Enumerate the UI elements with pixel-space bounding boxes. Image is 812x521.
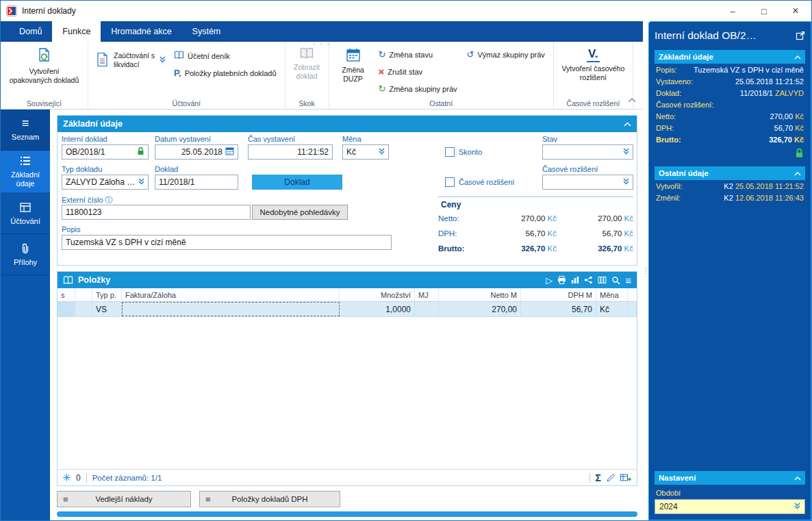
zobrazit-doklad-button[interactable]: Zobrazit doklad bbox=[290, 46, 325, 81]
panel-splitter[interactable]: ⋮ bbox=[643, 21, 648, 520]
preview-row-brutto: Brutto: 326,70 Kč bbox=[655, 134, 805, 145]
pencil-icon[interactable] bbox=[607, 474, 615, 482]
row-cell-faktura-focused[interactable] bbox=[122, 302, 340, 316]
window-title: Interní doklady bbox=[22, 6, 76, 16]
share-icon[interactable] bbox=[584, 276, 593, 284]
polozky-platebnich-dokladu-button[interactable]: P, Položky platebních dokladů bbox=[170, 64, 281, 81]
popis-label: Popis bbox=[62, 225, 81, 233]
datum-vystaveni-field[interactable]: 25.05.2018 bbox=[155, 144, 238, 160]
ribbon-collapse-button[interactable] bbox=[628, 95, 636, 105]
vymaz-skupiny-prav-button[interactable]: ↺ Výmaz skupiny práv bbox=[463, 46, 549, 63]
ceny-label: Brutto: bbox=[438, 244, 486, 253]
paperclip-icon bbox=[21, 242, 30, 255]
section-header-nastaveni[interactable]: Nastavení bbox=[655, 471, 805, 485]
column-header-netto[interactable]: Netto M bbox=[439, 288, 521, 301]
zmena-skupiny-prav-button[interactable]: ↻ Změna skupiny práv bbox=[375, 80, 461, 97]
casove-rozliseni-checkbox[interactable]: Časové rozlišení bbox=[445, 177, 514, 187]
column-header-blank[interactable] bbox=[75, 288, 92, 301]
zauctovani-s-likvidaci-button[interactable]: Zaúčtování s likvidací bbox=[92, 46, 168, 70]
lock-icon bbox=[137, 147, 144, 157]
externi-cislo-field[interactable]: 11800123 bbox=[62, 205, 251, 220]
ostatni-small-buttons-2: ↺ Výmaz skupiny práv bbox=[463, 46, 549, 63]
casove-rozliseni-combo[interactable] bbox=[542, 175, 633, 190]
ceny-divider bbox=[438, 196, 633, 197]
skonto-checkbox[interactable]: Skonto bbox=[445, 147, 482, 157]
field-value: 25.05.2018 bbox=[181, 147, 223, 157]
row-label: Netto: bbox=[656, 112, 676, 120]
sidebar-item-label: Účtování bbox=[10, 217, 40, 226]
open-in-window-icon[interactable] bbox=[796, 31, 805, 40]
section-header-zakladni-udaje[interactable]: Základní údaje bbox=[655, 50, 805, 64]
column-header-dph[interactable]: DPH M bbox=[521, 288, 596, 301]
sidebar: ≡ Seznam Základní údaje Účtování bbox=[1, 110, 50, 520]
maximize-button[interactable]: □ bbox=[748, 1, 780, 21]
mena-combo[interactable]: Kč bbox=[342, 144, 389, 160]
ucetni-denik-button[interactable]: Účetní deník bbox=[170, 47, 281, 64]
sidebar-item-seznam[interactable]: ≡ Seznam bbox=[1, 110, 50, 151]
document-type-link[interactable]: ZALVYD bbox=[775, 89, 804, 97]
menu-icon[interactable]: ≡ bbox=[625, 275, 631, 285]
row-value: Tuzemská VZ s DPH v cizí měně bbox=[694, 66, 804, 74]
button-label: Změna skupiny práv bbox=[389, 85, 457, 93]
datum-vystaveni-label: Datum vystavení bbox=[155, 135, 211, 143]
checkbox-label: Skonto bbox=[459, 148, 482, 156]
stav-combo[interactable] bbox=[542, 144, 633, 160]
ceny-value: 326,70 bbox=[521, 244, 545, 253]
group-label-souvisejici: Související bbox=[1, 99, 88, 107]
zmena-duzp-button[interactable]: Změna DUZP bbox=[333, 46, 373, 84]
tab-domu[interactable]: Domů bbox=[9, 21, 52, 42]
ceny-row-dph: DPH: 56,70 Kč 56,70 Kč bbox=[438, 229, 633, 238]
snowflake-icon[interactable] bbox=[63, 474, 71, 481]
tab-system[interactable]: Systém bbox=[182, 21, 231, 42]
table-row[interactable]: VS 1,0000 270,00 56,70 Kč bbox=[58, 302, 637, 317]
grid-add-icon[interactable] bbox=[620, 474, 631, 482]
nedobytne-pohledavky-button[interactable]: Nedobytné pohledávky bbox=[252, 205, 348, 220]
popis-field[interactable]: Tuzemská VZ s DPH v cizí měně bbox=[62, 235, 392, 250]
vytvoreni-casoveho-rozliseni-button[interactable]: V. Vytvoření časového rozlišení bbox=[558, 46, 629, 83]
column-header-s[interactable]: s bbox=[58, 288, 75, 301]
tab-hromadne-akce[interactable]: Hromadné akce bbox=[101, 21, 181, 42]
close-button[interactable]: × bbox=[780, 1, 811, 21]
column-header-mnozstvi[interactable]: Množství bbox=[340, 288, 415, 301]
row-label: Doklad: bbox=[656, 89, 681, 97]
column-header-mj[interactable]: MJ bbox=[415, 288, 439, 301]
vedlejsi-naklady-button[interactable]: ≡ Vedlejší náklady bbox=[57, 491, 191, 507]
doklad-button[interactable]: Doklad bbox=[252, 175, 342, 190]
preview-row-zmenil: Změnil: K2 12.06.2018 11:26:43 bbox=[655, 192, 805, 203]
row-cell-mj bbox=[415, 302, 439, 316]
tab-funkce[interactable]: Funkce bbox=[52, 21, 101, 42]
horizontal-scrollbar[interactable]: · · · bbox=[57, 511, 637, 517]
column-header-typ[interactable]: Typ p. bbox=[92, 288, 122, 301]
obdobi-combo[interactable]: 2024 bbox=[655, 499, 805, 514]
minimize-button[interactable]: – bbox=[717, 1, 748, 21]
search-settings-icon[interactable] bbox=[611, 276, 620, 285]
currency: Kč bbox=[795, 112, 804, 120]
sidebar-item-label: Základní údaje bbox=[2, 170, 49, 188]
doklad-field[interactable]: 11/2018/1 bbox=[155, 175, 238, 190]
zmena-stavu-button[interactable]: ↻ Změna stavu bbox=[375, 46, 461, 63]
sidebar-item-uctovani[interactable]: Účtování bbox=[1, 193, 50, 234]
polozky-dokladu-dph-button[interactable]: ≡ Položky dokladů DPH bbox=[199, 491, 340, 507]
section-header-ostatni-udaje[interactable]: Ostatní údaje bbox=[655, 166, 805, 180]
play-icon[interactable]: ▷ bbox=[546, 276, 553, 285]
cas-vystaveni-field[interactable]: 11:21:52 bbox=[248, 144, 333, 160]
sum-icon[interactable]: Σ bbox=[596, 472, 601, 483]
row-cell bbox=[75, 302, 92, 316]
vytvoreni-opakovanych-dokladu-button[interactable]: Vytvoření opakovaných dokladů bbox=[6, 46, 83, 86]
interni-doklad-field[interactable]: OB/2018/1 bbox=[62, 144, 149, 160]
field-value: OB/2018/1 bbox=[66, 147, 134, 157]
zakladni-udaje-panel: Základní údaje Interní doklad OB/2018/1 bbox=[57, 115, 637, 266]
sidebar-item-zakladni-udaje[interactable]: Základní údaje bbox=[1, 151, 50, 193]
column-header-faktura[interactable]: Faktura/Záloha bbox=[122, 288, 340, 301]
typ-dokladu-combo[interactable]: ZALVYD Záloha p... bbox=[62, 175, 149, 190]
column-header-mena[interactable]: Měna bbox=[596, 288, 628, 301]
dropdown-chevron-icon bbox=[623, 147, 629, 157]
columns-icon[interactable] bbox=[598, 276, 607, 284]
ceny-row-netto: Netto: 270,00 Kč 270,00 Kč bbox=[438, 214, 633, 223]
zrusit-stav-button[interactable]: × Zrušit stav bbox=[375, 63, 461, 80]
chart-icon[interactable] bbox=[571, 276, 579, 284]
printer-icon[interactable] bbox=[557, 276, 566, 284]
collapse-chevron-icon[interactable] bbox=[624, 122, 631, 127]
panel-title: Položky bbox=[78, 275, 110, 285]
sidebar-item-prilohy[interactable]: Přílohy bbox=[1, 234, 50, 275]
